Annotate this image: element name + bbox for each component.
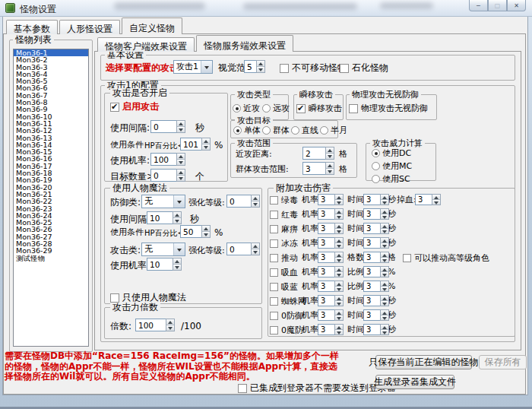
monster-list-item[interactable]: Mon36-6 xyxy=(14,84,88,91)
monster-list-item[interactable]: Mon36-23 xyxy=(14,205,88,212)
spin-up-icon[interactable] xyxy=(335,296,343,301)
extra-chance-spinner[interactable]: 3 xyxy=(318,295,344,306)
attack-magic-combo[interactable]: 无 xyxy=(141,243,185,256)
spin-down-icon[interactable] xyxy=(381,315,388,320)
spin-down-icon[interactable] xyxy=(381,243,388,248)
spin-up-icon[interactable] xyxy=(252,243,259,249)
inner-tab-1[interactable]: 怪物服务端效果设置 xyxy=(196,35,293,52)
maximize-button[interactable]: ▢ xyxy=(488,0,507,11)
extra-value-spinner[interactable]: 3 xyxy=(363,208,389,220)
spin-down-icon[interactable] xyxy=(252,201,259,207)
attack-power-radio[interactable]: 使用DC xyxy=(372,147,412,159)
extra-chance-spinner[interactable]: 3 xyxy=(318,237,344,249)
extra-chance-spinner[interactable]: 3 xyxy=(318,266,344,277)
spin-up-icon[interactable] xyxy=(257,61,264,67)
extra-value-spinner[interactable]: 3 xyxy=(363,295,389,306)
extra-chance-spinner[interactable]: 3 xyxy=(318,324,344,335)
extra-damage-checkbox-推动[interactable]: 推动 xyxy=(270,252,298,264)
attack-type-radio[interactable]: 远攻 xyxy=(262,103,290,114)
attack-type-radio[interactable]: 近攻 xyxy=(233,103,260,114)
monster-list-item[interactable]: Mon36-18 xyxy=(14,170,88,176)
spin-down-icon[interactable] xyxy=(381,229,388,233)
main-tab-2[interactable]: 自定义怪物 xyxy=(122,17,182,34)
extra-damage-checkbox-红毒[interactable]: 红毒 xyxy=(270,209,298,220)
enable-attack-checkbox[interactable]: 启用攻击 xyxy=(110,100,159,113)
monster-list-item[interactable]: Mon36-11 xyxy=(14,120,88,127)
spin-down-icon[interactable] xyxy=(173,265,181,270)
monster-list-item[interactable]: Mon36-10 xyxy=(14,113,88,120)
integrated-launcher-checkbox[interactable]: 已集成到登录器不需要发送到登录器 xyxy=(238,382,396,395)
minimize-button[interactable]: ─ xyxy=(469,0,488,11)
spin-up-icon[interactable] xyxy=(381,281,388,287)
dropdown-arrow-icon[interactable] xyxy=(201,61,212,73)
spin-up-icon[interactable] xyxy=(252,195,259,201)
spin-up-icon[interactable] xyxy=(326,147,334,154)
dropdown-arrow-icon[interactable] xyxy=(173,195,185,208)
defense-magic-combo[interactable]: 无 xyxy=(141,195,185,208)
spin-up-icon[interactable] xyxy=(381,195,388,200)
spin-down-icon[interactable] xyxy=(177,127,185,132)
attack-target-radio[interactable]: 半月 xyxy=(320,125,347,136)
spin-down-icon[interactable] xyxy=(381,272,388,277)
extra-damage-checkbox-0魔防[interactable]: 0魔防 xyxy=(270,325,303,336)
attack-target-radio[interactable]: 单体 xyxy=(233,125,261,136)
spin-up-icon[interactable] xyxy=(335,224,343,229)
spin-down-icon[interactable] xyxy=(381,200,388,204)
monster-list-item[interactable]: Mon36-8 xyxy=(14,99,88,106)
monster-list-item[interactable]: Mon36-20 xyxy=(14,184,88,191)
spin-up-icon[interactable] xyxy=(202,138,210,144)
spin-up-icon[interactable] xyxy=(177,121,185,127)
monster-list-item[interactable]: Mon36-9 xyxy=(14,106,88,113)
push-high-level-checkbox[interactable]: 可以推动高等级角色 xyxy=(403,252,489,264)
monster-list-item[interactable]: Mon36-12 xyxy=(14,127,88,134)
extra-damage-checkbox-吸蓝[interactable]: 吸蓝 xyxy=(270,281,298,293)
spin-up-icon[interactable] xyxy=(335,252,343,258)
defense-level-spinner[interactable]: 0 xyxy=(226,195,260,208)
monster-list-item[interactable]: Mon36-26 xyxy=(14,226,88,233)
spin-down-icon[interactable] xyxy=(177,160,185,165)
extra-chance-spinner[interactable]: 3 xyxy=(318,252,344,263)
attack-target-radio[interactable]: 群体 xyxy=(262,125,290,136)
spin-up-icon[interactable] xyxy=(381,238,388,243)
ignore-defense-checkbox[interactable]: 物理攻击无视防御 xyxy=(349,103,428,114)
extra-damage-checkbox-蜘蛛网[interactable]: 蜘蛛网 xyxy=(270,296,306,307)
attack-power-radio[interactable]: 使用SC xyxy=(372,173,412,185)
save-current-button[interactable]: 只保存当前正在编辑的怪物 xyxy=(375,355,472,369)
monster-list-item[interactable]: Mon36-15 xyxy=(14,148,88,155)
spin-down-icon[interactable] xyxy=(335,200,343,204)
spin-up-icon[interactable] xyxy=(381,296,388,301)
melee-distance-spinner[interactable]: 2 xyxy=(302,147,334,160)
magic-chance-spinner[interactable]: 10 xyxy=(147,258,182,271)
magic-hp-percent-spinner[interactable]: 50 xyxy=(180,225,211,238)
extra-value-spinner[interactable]: 3 xyxy=(363,223,389,234)
spin-down-icon[interactable] xyxy=(381,214,388,219)
teleport-attack-checkbox[interactable]: 瞬移攻击 xyxy=(296,103,342,114)
attack-level-spinner[interactable]: 0 xyxy=(226,243,260,255)
close-button[interactable]: ✕ xyxy=(507,0,526,11)
main-tab-1[interactable]: 人形怪设置 xyxy=(59,20,120,34)
spin-down-icon[interactable] xyxy=(335,330,343,334)
monster-list-item[interactable]: Mon36-25 xyxy=(14,219,88,226)
extra-value-spinner[interactable]: 3 xyxy=(363,324,389,335)
spin-up-icon[interactable] xyxy=(335,310,343,315)
monster-list-item[interactable]: Mon36-21 xyxy=(14,191,88,198)
spin-up-icon[interactable] xyxy=(335,267,343,272)
extra-damage-checkbox-麻痹[interactable]: 麻痹 xyxy=(270,224,298,235)
spin-down-icon[interactable] xyxy=(257,67,264,72)
multiplier-spinner[interactable]: 100 xyxy=(135,319,175,331)
extra-value-spinner[interactable]: 3 xyxy=(363,266,389,277)
save-all-button[interactable]: 保存所有 xyxy=(479,355,527,369)
spin-up-icon[interactable] xyxy=(432,195,440,200)
spin-up-icon[interactable] xyxy=(335,281,343,287)
extra-chance-spinner[interactable]: 3 xyxy=(318,281,344,292)
magic-interval-spinner[interactable]: 10 xyxy=(147,211,182,224)
spin-up-icon[interactable] xyxy=(177,154,185,160)
monster-list-item[interactable]: Mon36-5 xyxy=(14,78,88,84)
use-chance-spinner[interactable]: 100 xyxy=(150,153,185,166)
extra-damage-checkbox-冰冻[interactable]: 冰冻 xyxy=(270,238,298,249)
monster-list-item[interactable]: Mon36-16 xyxy=(14,155,88,162)
spin-up-icon[interactable] xyxy=(173,212,181,218)
monster-list-item[interactable]: Mon36-4 xyxy=(14,71,88,78)
extra-chance-spinner[interactable]: 3 xyxy=(318,223,344,234)
spin-up-icon[interactable] xyxy=(326,163,334,169)
